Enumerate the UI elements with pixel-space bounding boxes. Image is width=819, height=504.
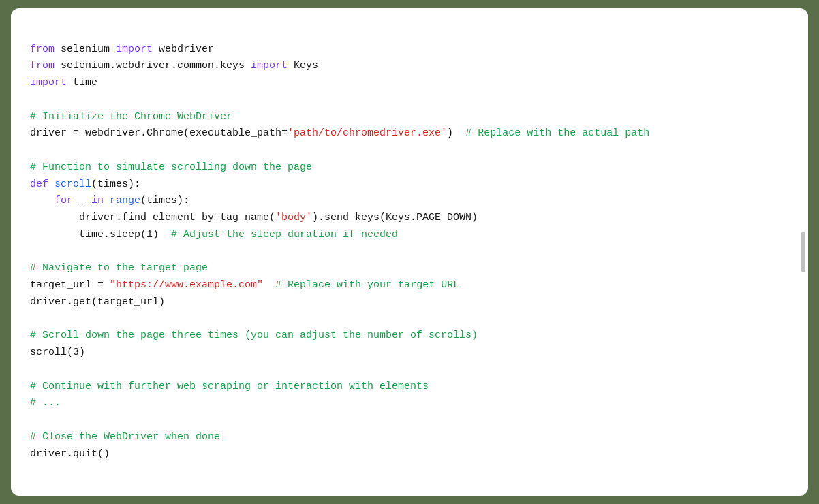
scrollbar[interactable]: [801, 232, 805, 272]
line-21: # Continue with further web scraping or …: [30, 381, 429, 392]
line-23: [30, 414, 36, 426]
line-17: [30, 313, 36, 325]
code-container: from selenium import webdriver from sele…: [11, 8, 808, 496]
line-20: [30, 364, 36, 375]
line-12: time.sleep(1) # Adjust the sleep duratio…: [30, 229, 398, 240]
line-3: import time: [30, 77, 97, 89]
line-18: # Scroll down the page three times (you …: [30, 330, 478, 341]
line-22: # ...: [30, 397, 61, 409]
line-4: [30, 94, 36, 106]
line-6: driver = webdriver.Chrome(executable_pat…: [30, 127, 649, 139]
line-7: [30, 144, 36, 156]
line-25: driver.quit(): [30, 448, 110, 460]
line-2: from selenium.webdriver.common.keys impo…: [30, 60, 318, 72]
code-block: from selenium import webdriver from sele…: [30, 25, 789, 479]
line-5: # Initialize the Chrome WebDriver: [30, 111, 232, 123]
line-11: driver.find_element_by_tag_name('body').…: [30, 212, 478, 223]
line-15: target_url = "https://www.example.com" #…: [30, 279, 459, 291]
line-9: def scroll(times):: [30, 178, 140, 190]
line-13: [30, 246, 36, 257]
line-24: # Close the WebDriver when done: [30, 431, 220, 443]
line-8: # Function to simulate scrolling down th…: [30, 161, 312, 173]
line-16: driver.get(target_url): [30, 296, 165, 308]
line-1: from selenium import webdriver: [30, 44, 214, 55]
line-19: scroll(3): [30, 347, 85, 358]
line-10: for _ in range(times):: [30, 195, 189, 206]
line-14: # Navigate to the target page: [30, 262, 208, 274]
